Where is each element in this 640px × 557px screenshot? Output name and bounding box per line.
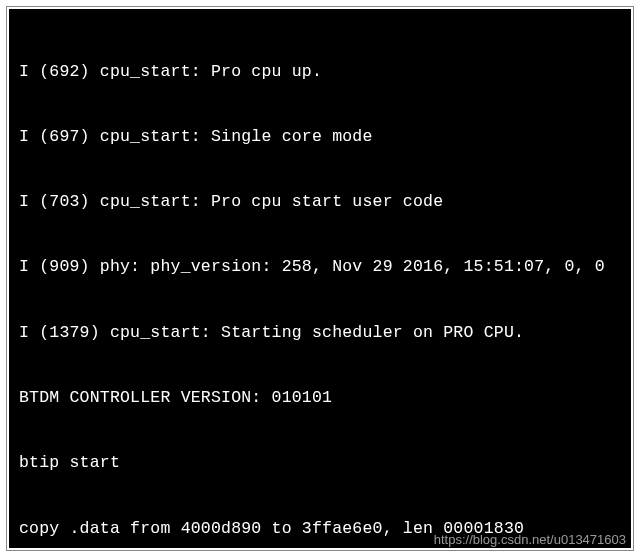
log-line: I (692) cpu_start: Pro cpu up. — [19, 61, 621, 83]
log-line: copy .data from 4000d890 to 3ffae6e0, le… — [19, 518, 621, 540]
log-line: I (1379) cpu_start: Starting scheduler o… — [19, 322, 621, 344]
log-line: I (909) phy: phy_version: 258, Nov 29 20… — [19, 256, 621, 278]
log-line: btip start — [19, 452, 621, 474]
terminal-frame: I (692) cpu_start: Pro cpu up. I (697) c… — [6, 6, 634, 551]
log-line: BTDM CONTROLLER VERSION: 010101 — [19, 387, 621, 409]
log-line: I (703) cpu_start: Pro cpu start user co… — [19, 191, 621, 213]
log-line: I (697) cpu_start: Single core mode — [19, 126, 621, 148]
terminal-output: I (692) cpu_start: Pro cpu up. I (697) c… — [9, 9, 631, 548]
